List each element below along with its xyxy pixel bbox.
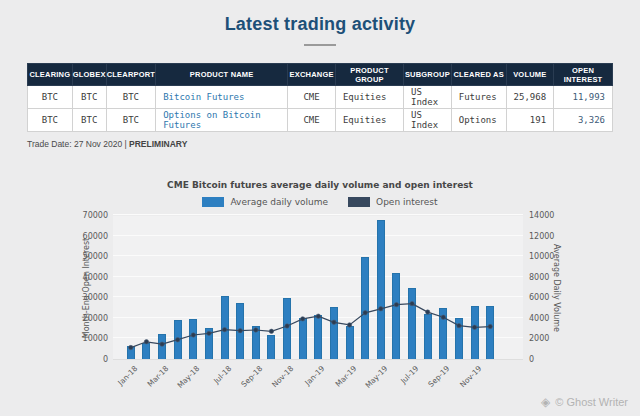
open-interest-dot-Nov-19 — [472, 325, 476, 329]
x-axis-tick-Jan-18: Jan-18 — [106, 364, 139, 397]
table-cell: BTC — [72, 109, 106, 132]
open-interest-dot-Oct-18 — [269, 329, 273, 333]
right-axis-tick: 0 — [529, 355, 569, 365]
open-interest-line — [131, 304, 490, 348]
open-interest-line-layer — [113, 216, 523, 360]
left-axis-tick: 50000 — [70, 252, 108, 262]
table-cell: US Index — [403, 109, 451, 132]
chart-title: CME Bitcoin futures average daily volume… — [0, 180, 640, 190]
product-name-link[interactable]: Bitcoin Futures — [156, 86, 288, 109]
open-interest-dot-Jul-18 — [222, 327, 226, 331]
table-cell: BTC — [28, 86, 73, 109]
table-cell: CME — [288, 86, 336, 109]
legend-item-open-interest: Open interest — [348, 197, 437, 207]
trade-date-line: Trade Date: 27 Nov 2020 | PRELIMINARY — [27, 139, 187, 149]
watermark-text: © Ghost Writer — [555, 396, 628, 408]
open-interest-legend-label: Open interest — [376, 197, 437, 207]
open-interest-dot-Aug-18 — [238, 328, 242, 332]
open-interest-dot-Dec-18 — [300, 317, 304, 321]
column-header-clearport: CLEARPORT — [106, 64, 155, 86]
open-interest-legend-swatch — [348, 197, 370, 207]
right-axis-tick: 12000 — [529, 232, 569, 242]
column-header-product-name: PRODUCT NAME — [156, 64, 288, 86]
open-interest-dot-Apr-18 — [175, 338, 179, 342]
column-header-subgroup: SUBGROUP — [403, 64, 451, 86]
column-header-exchange: EXCHANGE — [288, 64, 336, 86]
table-cell: 191 — [506, 109, 554, 132]
left-axis-tick: 20000 — [70, 314, 108, 324]
volume-open-interest-chart: CME Bitcoin futures average daily volume… — [0, 176, 640, 400]
table-cell: Equities — [335, 86, 403, 109]
column-header-globex: GLOBEX — [72, 64, 106, 86]
open-interest-dot-Mar-18 — [160, 342, 164, 346]
x-axis-tick-Nov-19: Nov-19 — [450, 364, 483, 397]
product-name-link[interactable]: Options on Bitcoin Futures — [156, 109, 288, 132]
table-row: BTCBTCBTCBitcoin FuturesCMEEquitiesUS In… — [28, 86, 613, 109]
plot-area — [113, 216, 523, 360]
chart-legend: Average daily volume Open interest — [0, 197, 640, 207]
volume-legend-label: Average daily volume — [230, 197, 328, 207]
table-cell: 3,326 — [554, 109, 613, 132]
x-axis-tick-Sep-19: Sep-19 — [418, 364, 451, 397]
x-axis-tick-Mar-18: Mar-18 — [137, 364, 170, 397]
open-interest-dot-Dec-19 — [488, 324, 492, 328]
x-axis-tick-May-18: May-18 — [168, 364, 201, 397]
table-header-row: CLEARINGGLOBEXCLEARPORTPRODUCT NAMEEXCHA… — [28, 64, 613, 86]
table-cell: Futures — [451, 86, 506, 109]
trade-date-label: Trade Date: 27 Nov 2020 | — [27, 139, 129, 149]
ghostwriter-logo-icon: ◈ — [541, 395, 550, 409]
left-axis-tick: 40000 — [70, 273, 108, 283]
table-cell: BTC — [72, 86, 106, 109]
table-cell: CME — [288, 109, 336, 132]
left-axis-tick: 0 — [70, 355, 108, 365]
x-axis-tick-Mar-19: Mar-19 — [325, 364, 358, 397]
table-cell: BTC — [106, 109, 155, 132]
open-interest-dot-Nov-18 — [285, 324, 289, 328]
table-cell: BTC — [106, 86, 155, 109]
table-cell: BTC — [28, 109, 73, 132]
x-axis-tick-Nov-18: Nov-18 — [262, 364, 295, 397]
page-title: Latest trading activity — [0, 14, 640, 35]
column-header-clearing: CLEARING — [28, 64, 73, 86]
open-interest-dot-Aug-19 — [425, 310, 429, 314]
open-interest-dot-Apr-19 — [363, 311, 367, 315]
column-header-open-interest: OPEN INTEREST — [554, 64, 613, 86]
left-axis-tick: 10000 — [70, 334, 108, 344]
right-axis-tick: 14000 — [529, 211, 569, 221]
left-axis-tick: 60000 — [70, 232, 108, 242]
open-interest-dot-May-18 — [191, 333, 195, 337]
open-interest-dot-Jan-18 — [129, 345, 133, 349]
left-axis-tick: 70000 — [70, 211, 108, 221]
column-header-product-group: PRODUCT GROUP — [335, 64, 403, 86]
table-cell: Equities — [335, 109, 403, 132]
x-axis-tick-May-19: May-19 — [356, 364, 389, 397]
x-axis-tick-Jan-19: Jan-19 — [293, 364, 326, 397]
column-header-volume: VOLUME — [506, 64, 554, 86]
column-header-cleared-as: CLEARED AS — [451, 64, 506, 86]
open-interest-dot-Jun-18 — [207, 331, 211, 335]
preliminary-flag: PRELIMINARY — [129, 139, 187, 149]
table-cell: 11,993 — [554, 86, 613, 109]
x-axis-tick-Sep-18: Sep-18 — [231, 364, 264, 397]
page: Latest trading activity CLEARINGGLOBEXCL… — [0, 0, 640, 416]
legend-item-volume: Average daily volume — [202, 197, 328, 207]
open-interest-dot-Mar-19 — [347, 323, 351, 327]
open-interest-dot-Jul-19 — [410, 301, 414, 305]
open-interest-dot-Oct-19 — [457, 323, 461, 327]
open-interest-dot-Sep-18 — [254, 328, 258, 332]
right-axis-tick: 8000 — [529, 273, 569, 283]
open-interest-dot-Feb-19 — [332, 320, 336, 324]
open-interest-dot-Jan-19 — [316, 314, 320, 318]
x-axis-tick-Jul-18: Jul-18 — [200, 364, 233, 397]
table-cell: US Index — [403, 86, 451, 109]
x-axis-tick-Jul-19: Jul-19 — [387, 364, 420, 397]
table-cell: 25,968 — [506, 86, 554, 109]
trading-activity-table: CLEARINGGLOBEXCLEARPORTPRODUCT NAMEEXCHA… — [27, 63, 613, 132]
left-axis-tick: 30000 — [70, 293, 108, 303]
title-divider — [304, 44, 336, 46]
open-interest-dot-Sep-19 — [441, 315, 445, 319]
right-axis-tick: 10000 — [529, 252, 569, 262]
open-interest-dot-Jun-19 — [394, 302, 398, 306]
table-row: BTCBTCBTCOptions on Bitcoin FuturesCMEEq… — [28, 109, 613, 132]
right-axis-tick: 4000 — [529, 314, 569, 324]
